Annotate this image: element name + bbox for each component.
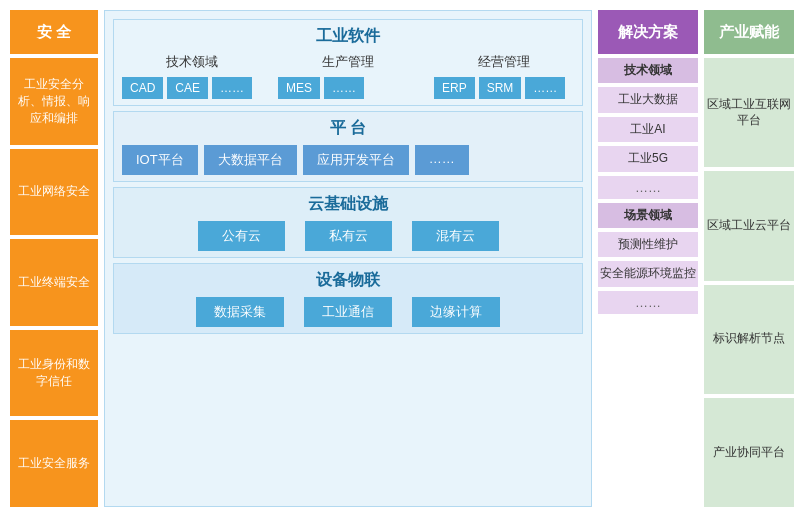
production-mgmt-label: 生产管理: [278, 53, 418, 71]
iot-platform-tag: IOT平台: [122, 145, 198, 175]
software-subsections: 技术领域 CAD CAE …… 生产管理 MES ……: [122, 53, 574, 99]
iot-tags: 数据采集 工业通信 边缘计算: [122, 297, 574, 327]
industry-item-2: 区域工业云平台: [704, 171, 794, 280]
tech-domain-subsection: 技术领域 CAD CAE ……: [122, 53, 262, 99]
mes-tag: MES: [278, 77, 320, 99]
main-layout: 安 全 工业安全分析、情报、响应和编排 工业网络安全 工业终端安全 工业身份和数…: [0, 0, 804, 517]
industrial-software-section: 工业软件 技术领域 CAD CAE …… 生产管理 MES ……: [113, 19, 583, 106]
bigdata-platform-tag: 大数据平台: [204, 145, 297, 175]
solutions-scene-more: ……: [598, 291, 698, 314]
iot-section: 设备物联 数据采集 工业通信 边缘计算: [113, 263, 583, 334]
platform-section: 平 台 IOT平台 大数据平台 应用开发平台 ……: [113, 111, 583, 182]
industry-item-1: 区域工业互联网平台: [704, 58, 794, 167]
industrial-comm-tag: 工业通信: [304, 297, 392, 327]
solutions-big-data: 工业大数据: [598, 87, 698, 113]
cad-tag: CAD: [122, 77, 163, 99]
security-item-3: 工业终端安全: [10, 239, 98, 326]
tech-more-tag: ……: [212, 77, 252, 99]
security-item-2: 工业网络安全: [10, 149, 98, 236]
edge-computing-tag: 边缘计算: [412, 297, 500, 327]
production-mgmt-subsection: 生产管理 MES ……: [278, 53, 418, 99]
solutions-tech-more: ……: [598, 176, 698, 199]
security-items: 工业安全分析、情报、响应和编排 工业网络安全 工业终端安全 工业身份和数字信任 …: [10, 58, 98, 507]
security-column: 安 全 工业安全分析、情报、响应和编排 工业网络安全 工业终端安全 工业身份和数…: [10, 10, 98, 507]
iot-title: 设备物联: [122, 270, 574, 291]
prod-more-tag: ……: [324, 77, 364, 99]
solutions-ai: 工业AI: [598, 117, 698, 143]
industry-column: 产业赋能 区域工业互联网平台 区域工业云平台 标识解析节点 产业协同平台: [704, 10, 794, 507]
cloud-infra-section: 云基础设施 公有云 私有云 混有云: [113, 187, 583, 258]
solutions-body: 技术领域 工业大数据 工业AI 工业5G …… 场景领域 预测性维护 安全能源环…: [598, 58, 698, 507]
industry-body: 区域工业互联网平台 区域工业云平台 标识解析节点 产业协同平台: [704, 58, 794, 507]
solutions-tech-label: 技术领域: [598, 58, 698, 83]
security-item-4: 工业身份和数字信任: [10, 330, 98, 417]
cloud-infra-title: 云基础设施: [122, 194, 574, 215]
public-cloud-tag: 公有云: [198, 221, 285, 251]
business-mgmt-label: 经营管理: [434, 53, 574, 71]
solutions-header: 解决方案: [598, 10, 698, 54]
srm-tag: SRM: [479, 77, 522, 99]
business-tags: ERP SRM ……: [434, 77, 574, 99]
solutions-energy-monitoring: 安全能源环境监控: [598, 261, 698, 287]
biz-more-tag: ……: [525, 77, 565, 99]
industry-header: 产业赋能: [704, 10, 794, 54]
tech-domain-label: 技术领域: [122, 53, 262, 71]
cloud-tags: 公有云 私有云 混有云: [122, 221, 574, 251]
security-item-1: 工业安全分析、情报、响应和编排: [10, 58, 98, 145]
security-item-5: 工业安全服务: [10, 420, 98, 507]
business-mgmt-subsection: 经营管理 ERP SRM ……: [434, 53, 574, 99]
middle-column: 工业软件 技术领域 CAD CAE …… 生产管理 MES ……: [104, 10, 592, 507]
erp-tag: ERP: [434, 77, 475, 99]
private-cloud-tag: 私有云: [305, 221, 392, 251]
data-collection-tag: 数据采集: [196, 297, 284, 327]
industry-item-4: 产业协同平台: [704, 398, 794, 507]
industry-item-3: 标识解析节点: [704, 285, 794, 394]
solutions-scene-label: 场景领域: [598, 203, 698, 228]
platform-more-tag: ……: [415, 145, 469, 175]
tech-domain-tags: CAD CAE ……: [122, 77, 262, 99]
security-header: 安 全: [10, 10, 98, 54]
platform-title: 平 台: [122, 118, 574, 139]
app-dev-platform-tag: 应用开发平台: [303, 145, 409, 175]
cae-tag: CAE: [167, 77, 208, 99]
solutions-column: 解决方案 技术领域 工业大数据 工业AI 工业5G …… 场景领域 预测性维护 …: [598, 10, 698, 507]
solutions-5g: 工业5G: [598, 146, 698, 172]
hybrid-cloud-tag: 混有云: [412, 221, 499, 251]
solutions-predictive-maintenance: 预测性维护: [598, 232, 698, 258]
platform-tags: IOT平台 大数据平台 应用开发平台 ……: [122, 145, 574, 175]
industrial-software-title: 工业软件: [122, 26, 574, 47]
production-tags: MES ……: [278, 77, 418, 99]
